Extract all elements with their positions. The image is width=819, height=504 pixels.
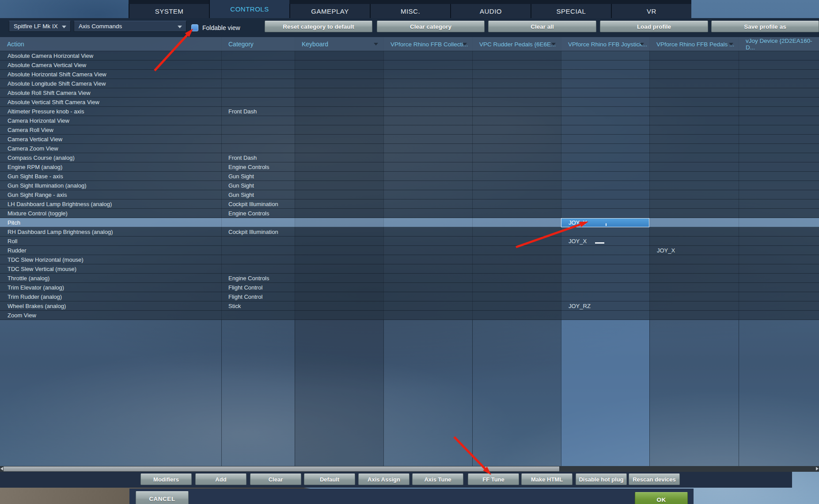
- table-row[interactable]: RH Dashboard Lamp Brightness (analog)Coc…: [0, 227, 819, 237]
- tab-vr[interactable]: VR: [611, 4, 691, 18]
- action-label: Compass Course (analog): [8, 154, 75, 161]
- action-label: Absolute Horizontal Shift Camera View: [8, 71, 106, 78]
- scroll-left-icon[interactable]: [0, 467, 3, 470]
- filter-dropdown-icon[interactable]: [640, 43, 644, 45]
- reset-category-to-default-button[interactable]: Reset category to default: [265, 21, 372, 32]
- load-profile-button[interactable]: Load profile: [600, 21, 708, 32]
- tab-system[interactable]: SYSTEM: [129, 4, 209, 18]
- table-row[interactable]: Absolute Roll Shift Camera View: [0, 88, 819, 98]
- table-row[interactable]: Trim Rudder (analog)Flight Control: [0, 292, 819, 301]
- table-row[interactable]: Camera Zoom View: [0, 144, 819, 153]
- action-label: Camera Roll View: [8, 127, 53, 133]
- scrollbar-thumb[interactable]: [4, 466, 559, 471]
- dialog-footer: CANCEL OK: [129, 489, 694, 504]
- filter-dropdown-icon[interactable]: [729, 43, 733, 45]
- action-label: Gun Sight Range - axis: [8, 192, 67, 198]
- action-label: Absolute Camera Vertical View: [8, 62, 86, 68]
- filter-dropdown-icon[interactable]: [374, 43, 378, 45]
- table-row[interactable]: Absolute Camera Vertical View: [0, 60, 819, 70]
- scroll-right-icon[interactable]: [816, 467, 819, 470]
- binding-cursor-artifact: [606, 223, 607, 226]
- table-row[interactable]: Engine RPM (analog)Engine Controls: [0, 162, 819, 172]
- tab-gameplay[interactable]: GAMEPLAY: [289, 4, 370, 18]
- category-label: Flight Control: [228, 293, 262, 300]
- column-header-joystick[interactable]: VPforce Rhino FFB Joystick...: [568, 41, 647, 48]
- table-row[interactable]: TDC Slew Vertical (mouse): [0, 264, 819, 274]
- table-row[interactable]: LH Dashboard Lamp Brightness (analog)Coc…: [0, 199, 819, 209]
- category-label: Cockpit Illumination: [228, 229, 278, 235]
- binding-value[interactable]: JOY_X: [657, 247, 675, 254]
- table-row[interactable]: PitchJOY_Y: [0, 218, 819, 227]
- rescan-devices-button[interactable]: Rescan devices: [629, 474, 680, 485]
- table-row[interactable]: Camera Roll View: [0, 125, 819, 135]
- axis-assign-button[interactable]: Axis Assign: [358, 474, 410, 485]
- filter-dropdown-icon[interactable]: [551, 43, 556, 45]
- ok-button[interactable]: OK: [635, 492, 688, 504]
- category-label: Engine Controls: [228, 210, 269, 217]
- table-row[interactable]: Absolute Camera Horizontal View: [0, 51, 819, 60]
- table-row[interactable]: Throttle (analog)Engine Controls: [0, 274, 819, 283]
- table-row[interactable]: Gun Sight Base - axisGun Sight: [0, 172, 819, 181]
- clear-all-button[interactable]: Clear all: [488, 21, 596, 32]
- action-label: Wheel Brakes (analog): [8, 303, 66, 309]
- binding-value[interactable]: JOY_RZ: [569, 303, 591, 309]
- action-label: Gun Sight Base - axis: [8, 173, 63, 180]
- table-row[interactable]: Wheel Brakes (analog)StickJOY_RZ: [0, 301, 819, 311]
- table-row[interactable]: Absolute Vertical Shift Camera View: [0, 98, 819, 107]
- save-profile-as-button[interactable]: Save profile as: [711, 21, 819, 32]
- action-label: Gun Sight Illumination (analog): [8, 182, 87, 189]
- table-row[interactable]: Compass Course (analog)Front Dash: [0, 153, 819, 162]
- column-header-category: Category: [228, 41, 254, 48]
- add-button[interactable]: Add: [195, 474, 246, 485]
- clear-button[interactable]: Clear: [250, 474, 301, 485]
- selected-binding-cell[interactable]: JOY_Y: [561, 218, 649, 227]
- column-header-vpc[interactable]: VPC Rudder Pedals {6E6E...: [479, 41, 556, 48]
- make-html-button[interactable]: Make HTML: [521, 474, 573, 485]
- table-row[interactable]: Camera Horizontal View: [0, 116, 819, 125]
- column-header-pedals[interactable]: VPforce Rhino FFB Pedals ...: [656, 41, 734, 48]
- disable-hot-plug-button[interactable]: Disable hot plug: [576, 474, 627, 485]
- tab-bar: SYSTEMCONTROLSGAMEPLAYMISC.AUDIOSPECIALV…: [129, 0, 691, 18]
- table-row[interactable]: Mixture Control (toggle)Engine Controls: [0, 209, 819, 218]
- table-row[interactable]: RudderJOY_X: [0, 246, 819, 255]
- action-label: RH Dashboard Lamp Brightness (analog): [8, 229, 113, 235]
- table-row[interactable]: Gun Sight Range - axisGun Sight: [0, 190, 819, 199]
- table-row[interactable]: TDC Slew Horizontal (mouse): [0, 255, 819, 264]
- tab-misc[interactable]: MISC.: [370, 4, 450, 18]
- command-filter-select[interactable]: Axis Commands: [74, 21, 186, 32]
- default-button[interactable]: Default: [304, 474, 355, 485]
- table-row[interactable]: RollJOY_X: [0, 237, 819, 246]
- table-row[interactable]: Gun Sight Illumination (analog)Gun Sight: [0, 181, 819, 190]
- foldable-view-checkbox[interactable]: [191, 24, 198, 31]
- clear-category-button[interactable]: Clear category: [377, 21, 485, 32]
- table-row[interactable]: Absolute Longitude Shift Camera View: [0, 79, 819, 88]
- action-label: Absolute Camera Horizontal View: [8, 53, 93, 59]
- column-header-keyboard[interactable]: Keyboard: [302, 41, 328, 48]
- table-row[interactable]: Camera Vertical View: [0, 135, 819, 144]
- aircraft-select[interactable]: Spitfire LF Mk IX: [9, 21, 71, 32]
- cancel-button[interactable]: CANCEL: [136, 491, 189, 504]
- column-header-collecti[interactable]: VPforce Rhino FFB Collecti...: [391, 41, 468, 48]
- horizontal-scrollbar[interactable]: [0, 466, 819, 472]
- action-label: Rudder: [8, 247, 27, 254]
- action-label: Pitch: [8, 219, 20, 226]
- filter-dropdown-icon[interactable]: [463, 43, 467, 45]
- tab-controls[interactable]: CONTROLS: [209, 0, 289, 18]
- category-label: Gun Sight: [228, 182, 254, 189]
- category-label: Engine Controls: [228, 275, 269, 282]
- action-label: Trim Elevator (analog): [8, 284, 64, 291]
- table-row[interactable]: Zoom View: [0, 311, 819, 320]
- tab-special[interactable]: SPECIAL: [531, 4, 611, 18]
- modifiers-button[interactable]: Modifiers: [140, 474, 192, 485]
- ff-tune-button[interactable]: FF Tune: [468, 474, 519, 485]
- table-row[interactable]: Trim Elevator (analog)Flight Control: [0, 283, 819, 292]
- axis-tune-button[interactable]: Axis Tune: [412, 474, 463, 485]
- action-label: Camera Horizontal View: [8, 117, 69, 124]
- action-label: Camera Zoom View: [8, 145, 58, 152]
- action-label: Engine RPM (analog): [8, 164, 62, 170]
- table-row[interactable]: Altimeter Pressure knob - axisFront Dash: [0, 107, 819, 116]
- table-row[interactable]: Absolute Horizontal Shift Camera View: [0, 70, 819, 79]
- tab-audio[interactable]: AUDIO: [450, 4, 531, 18]
- binding-value[interactable]: JOY_X: [569, 238, 587, 244]
- category-label: Stick: [228, 303, 241, 309]
